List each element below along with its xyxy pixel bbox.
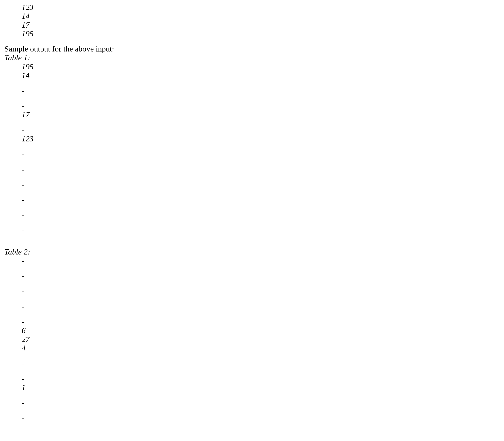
- blank-line: [4, 235, 500, 241]
- table-row: 17: [22, 110, 500, 119]
- table-row: -: [22, 195, 500, 204]
- table-row: -: [22, 102, 500, 110]
- blank-line: [4, 38, 500, 45]
- blank-line: [22, 204, 500, 211]
- table-row: -: [22, 398, 500, 407]
- blank-line: [22, 80, 500, 86]
- table-row: 4: [22, 344, 500, 353]
- table-2-block: - - - - - 6 27 4 - - 1 - -: [4, 256, 500, 423]
- blank-line: [22, 220, 500, 226]
- table-2-label: Table 2:: [4, 248, 500, 256]
- table-row: 123: [22, 135, 500, 143]
- table-row: -: [22, 165, 500, 174]
- input-value: 195: [22, 29, 500, 38]
- table-row: -: [22, 271, 500, 280]
- blank-line: [22, 311, 500, 317]
- blank-line: [22, 265, 500, 271]
- table-row: -: [22, 211, 500, 220]
- table-row: -: [22, 86, 500, 95]
- table-row: 195: [22, 62, 500, 71]
- table-row: -: [22, 226, 500, 235]
- table-row: -: [22, 256, 500, 265]
- table-row: -: [22, 374, 500, 383]
- table-row: -: [22, 287, 500, 296]
- table-1-label: Table 1:: [4, 53, 500, 62]
- blank-line: [22, 119, 500, 126]
- blank-line: [22, 368, 500, 374]
- blank-line: [22, 143, 500, 150]
- input-value: 123: [22, 3, 500, 12]
- table-row: -: [22, 414, 500, 423]
- blank-line: [22, 174, 500, 180]
- table-row: 14: [22, 71, 500, 80]
- table-row: 6: [22, 326, 500, 335]
- table-row: 1: [22, 383, 500, 392]
- table-row: -: [22, 180, 500, 189]
- blank-line: [22, 159, 500, 165]
- blank-line: [22, 95, 500, 102]
- blank-line: [22, 353, 500, 359]
- table-row: -: [22, 126, 500, 135]
- input-values-block: 123 14 17 195: [4, 3, 500, 38]
- table-1-block: 195 14 - - 17 - 123 - - - - - -: [4, 62, 500, 235]
- table-row: -: [22, 317, 500, 326]
- blank-line: [4, 241, 500, 248]
- input-value: 14: [22, 12, 500, 21]
- sample-output-label: Sample output for the above input:: [4, 45, 500, 53]
- table-row: 27: [22, 335, 500, 344]
- blank-line: [22, 296, 500, 302]
- blank-line: [22, 189, 500, 195]
- blank-line: [22, 407, 500, 414]
- blank-line: [22, 280, 500, 287]
- blank-line: [22, 392, 500, 398]
- table-row: -: [22, 302, 500, 311]
- table-row: -: [22, 359, 500, 368]
- table-row: -: [22, 150, 500, 159]
- input-value: 17: [22, 21, 500, 30]
